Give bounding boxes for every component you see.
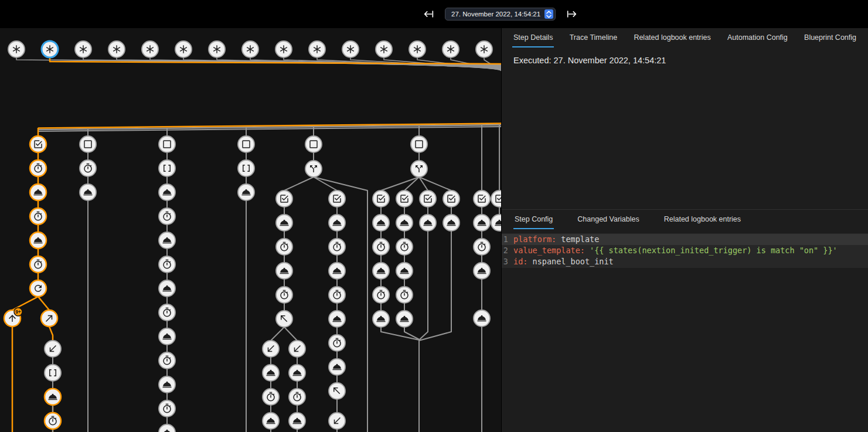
trace-node-service[interactable] — [263, 413, 279, 429]
trace-node-condition[interactable] — [491, 191, 501, 207]
trace-node-delay[interactable] — [30, 160, 46, 176]
trace-node-service[interactable] — [474, 310, 490, 326]
trace-node-condition[interactable] — [276, 191, 292, 207]
trace-node-service[interactable] — [329, 359, 345, 375]
trace-node-service[interactable] — [420, 215, 436, 231]
trace-node-service[interactable] — [238, 184, 254, 200]
trace-node-service[interactable] — [45, 389, 61, 405]
trace-node-service[interactable] — [329, 215, 345, 231]
trace-node-service[interactable] — [263, 365, 279, 381]
trace-node-delay[interactable] — [159, 256, 175, 273]
trace-node-asterisk[interactable] — [309, 41, 325, 57]
trace-node-asterisk[interactable] — [175, 41, 192, 57]
trace-node-arrow-top-left[interactable] — [329, 383, 345, 399]
trace-node-service[interactable] — [30, 184, 46, 200]
trace-node-brackets[interactable] — [159, 160, 175, 176]
trace-node-service[interactable] — [396, 263, 413, 279]
trace-timestamp-select[interactable]: 27. November 2022, 14:54:21 — [445, 8, 556, 21]
trace-node-condition-blank[interactable] — [411, 136, 427, 152]
previous-trace-button[interactable] — [421, 6, 436, 22]
trace-node-delay[interactable] — [30, 256, 46, 273]
trace-node-condition-blank[interactable] — [238, 136, 254, 152]
trace-node-asterisk[interactable] — [242, 41, 258, 57]
code-line[interactable]: 1platform: template — [502, 234, 868, 245]
trace-node-condition[interactable] — [420, 191, 436, 207]
trace-node-delay[interactable] — [396, 287, 413, 303]
trace-node-delay[interactable] — [329, 287, 345, 303]
tab-step-config[interactable]: Step Config — [513, 210, 554, 229]
trace-node-delay[interactable] — [159, 304, 175, 321]
trace-node-service[interactable] — [159, 376, 175, 393]
trace-node-delay[interactable] — [80, 160, 96, 176]
trace-node-service[interactable] — [491, 215, 501, 231]
code-line[interactable]: 2value_template: '{{ states(nextion_init… — [502, 245, 868, 256]
trace-node-choose[interactable] — [411, 161, 427, 177]
trace-node-service[interactable] — [396, 215, 413, 231]
trace-node-delay[interactable] — [373, 287, 389, 303]
trace-node-delay[interactable] — [159, 208, 175, 224]
trace-node-arrow-bottom-left[interactable] — [329, 413, 345, 429]
trace-node-condition-blank[interactable] — [305, 136, 322, 152]
trace-node-arrow-top-right[interactable] — [41, 310, 57, 326]
tab-automation-config[interactable]: Automation Config — [726, 28, 789, 47]
trace-node-asterisk[interactable] — [409, 41, 426, 57]
trace-node-condition[interactable] — [329, 191, 345, 207]
trace-node-service[interactable] — [443, 215, 459, 231]
trace-node-delay[interactable] — [263, 389, 279, 405]
trace-node-service[interactable] — [80, 184, 96, 200]
trace-node-brackets[interactable] — [238, 160, 254, 176]
trace-node-delay[interactable] — [289, 389, 305, 405]
trace-node-arrow-bottom-left[interactable] — [45, 341, 61, 357]
trace-node-delay[interactable] — [45, 413, 61, 429]
trace-node-delay[interactable] — [396, 239, 413, 255]
trace-node-arrow-bottom-left[interactable] — [263, 341, 279, 357]
trace-node-service[interactable] — [159, 184, 175, 200]
tab-related-logbook-entries[interactable]: Related logbook entries — [632, 28, 712, 47]
trace-node-service[interactable] — [159, 328, 175, 345]
trace-node-arrow-top-left[interactable] — [276, 311, 292, 327]
trace-node-delay[interactable] — [373, 239, 389, 255]
trace-node-service[interactable] — [159, 232, 175, 249]
trace-node-service[interactable] — [373, 263, 389, 279]
tab-changed-variables[interactable]: Changed Variables — [576, 210, 640, 229]
trace-node-condition[interactable] — [396, 191, 413, 207]
trace-node-service[interactable] — [159, 424, 175, 432]
trace-node-asterisk[interactable] — [108, 41, 125, 57]
trace-node-asterisk[interactable] — [8, 41, 25, 57]
trace-node-delay[interactable] — [276, 239, 292, 255]
trace-node-brackets[interactable] — [45, 365, 61, 381]
trace-node-service[interactable] — [159, 280, 175, 297]
trace-node-asterisk[interactable] — [342, 41, 359, 57]
code-line[interactable]: 3id: nspanel_boot_init — [502, 256, 868, 267]
trace-node-service[interactable] — [289, 413, 305, 429]
trace-node-service[interactable] — [30, 232, 46, 249]
trace-node-condition[interactable] — [443, 191, 459, 207]
tab-blueprint-config[interactable]: Blueprint Config — [803, 28, 857, 47]
trace-node-service[interactable] — [289, 365, 305, 381]
trace-node-asterisk[interactable] — [142, 41, 158, 57]
trace-node-condition-blank[interactable] — [159, 136, 175, 152]
trace-node-service[interactable] — [373, 215, 389, 231]
trace-node-delay[interactable] — [30, 208, 46, 224]
trace-node-service[interactable] — [474, 263, 490, 279]
trace-node-arrow-up[interactable]: 9+ — [4, 308, 22, 326]
next-trace-button[interactable] — [564, 6, 580, 22]
trace-node-choose[interactable] — [305, 161, 322, 177]
trace-node-service[interactable] — [276, 263, 292, 279]
trace-node-delay[interactable] — [329, 335, 345, 351]
trace-node-condition[interactable] — [373, 191, 389, 207]
tab-step-details[interactable]: Step Details — [512, 28, 554, 47]
trace-node-delay[interactable] — [329, 239, 345, 255]
trace-node-repeat[interactable] — [30, 280, 46, 297]
trace-node-service[interactable] — [329, 263, 345, 279]
yaml-code-editor[interactable]: 1platform: template2value_template: '{{ … — [502, 233, 868, 268]
trace-node-delay[interactable] — [276, 287, 292, 303]
trace-node-asterisk[interactable] — [209, 41, 225, 57]
trace-node-asterisk[interactable] — [376, 41, 392, 57]
tab-trace-timeline[interactable]: Trace Timeline — [569, 28, 619, 47]
trace-node-service[interactable] — [373, 311, 389, 327]
trace-node-asterisk[interactable] — [42, 41, 58, 57]
trace-node-delay[interactable] — [159, 400, 175, 417]
tab-related-logbook-entries[interactable]: Related logbook entries — [663, 210, 742, 229]
trace-node-service[interactable] — [276, 215, 292, 231]
